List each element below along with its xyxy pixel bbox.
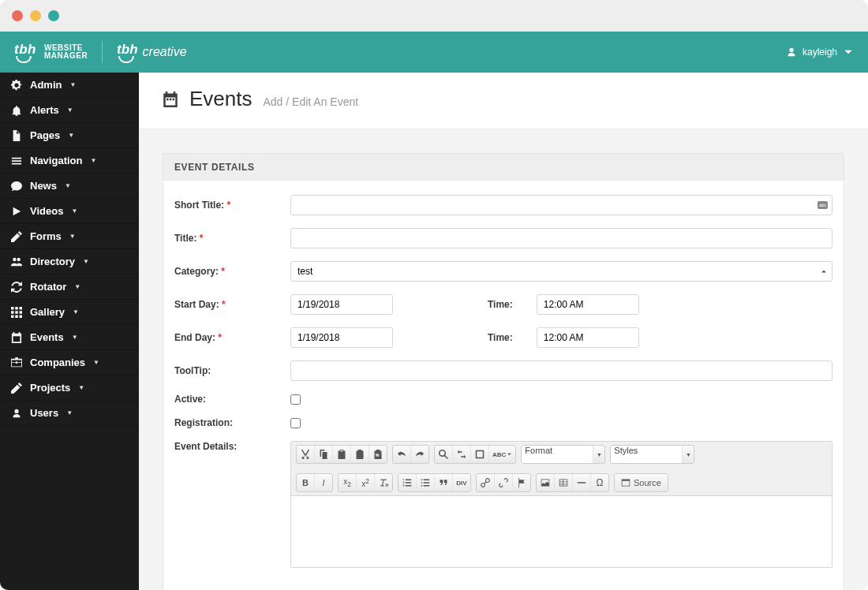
spellcheck-button[interactable]: ABC	[489, 446, 515, 463]
cut-button[interactable]	[297, 446, 314, 463]
chevron-down-icon: ▼	[683, 446, 694, 463]
sidebar-item-label: Navigation	[30, 155, 82, 166]
find-button[interactable]	[435, 446, 452, 463]
registration-checkbox[interactable]	[290, 418, 301, 428]
caret-down-icon: ▼	[69, 81, 76, 88]
cut-icon	[301, 450, 310, 459]
title-input[interactable]	[290, 228, 832, 248]
blockquote-button[interactable]	[435, 474, 452, 491]
start-time-input[interactable]	[537, 294, 639, 315]
end-time-input[interactable]	[537, 327, 639, 348]
paste-word-button[interactable]	[369, 446, 387, 463]
undo-button[interactable]	[393, 446, 410, 463]
bell-icon	[11, 105, 22, 116]
end-day-input[interactable]	[290, 327, 393, 348]
close-window-button[interactable]	[12, 10, 23, 21]
sidebar-item-forms[interactable]: Forms ▼	[0, 224, 139, 249]
panel-title: EVENT DETAILS	[163, 154, 844, 181]
sidebar-item-gallery[interactable]: Gallery ▼	[0, 300, 139, 325]
sidebar-item-label: Companies	[30, 357, 85, 368]
gear-icon	[11, 80, 22, 91]
italic-button[interactable]: I	[315, 474, 332, 491]
redo-button[interactable]	[411, 446, 428, 463]
refresh-icon	[11, 282, 22, 293]
sidebar-item-label: Gallery	[30, 306, 65, 318]
omega-icon: Ω	[597, 477, 604, 488]
end-day-label: End Day:	[174, 332, 273, 343]
image-icon	[541, 478, 550, 487]
styles-select[interactable]: Styles	[611, 446, 682, 463]
sidebar-item-projects[interactable]: Projects ▼	[0, 375, 139, 401]
sidebar-item-admin[interactable]: Admin ▼	[0, 73, 139, 98]
anchor-button[interactable]	[513, 474, 530, 491]
chat-icon	[11, 181, 22, 192]
end-time-label: Time:	[488, 332, 513, 343]
redo-icon	[415, 450, 425, 459]
sidebar-item-videos[interactable]: Videos ▼	[0, 199, 139, 224]
unlink-button[interactable]	[495, 474, 512, 491]
caret-down-icon: ▼	[71, 207, 77, 215]
minimize-window-button[interactable]	[30, 10, 41, 21]
sidebar-item-news[interactable]: News ▼	[0, 174, 139, 199]
link-button[interactable]	[477, 474, 494, 491]
brand-text: WEBSITE MANAGER	[44, 44, 88, 61]
brand-secondary[interactable]: tbhcreative	[117, 42, 186, 62]
brand-group: tbh WEBSITE MANAGER tbhcreative	[14, 41, 187, 63]
bold-button[interactable]: B	[297, 474, 314, 491]
caret-down-icon: ▼	[72, 334, 78, 341]
bullet-list-button[interactable]	[417, 474, 434, 491]
sidebar-item-directory[interactable]: Directory ▼	[0, 249, 139, 274]
play-icon	[11, 206, 22, 217]
sidebar-item-label: Events	[30, 331, 64, 343]
chevron-down-icon: ▼	[593, 446, 604, 463]
pencil-icon	[11, 383, 22, 394]
sidebar-item-rotator[interactable]: Rotator ▼	[0, 274, 139, 300]
logo-mark: tbh	[14, 42, 36, 62]
format-select[interactable]: Format	[522, 446, 593, 463]
caret-down-icon: ▼	[74, 283, 80, 290]
select-all-button[interactable]	[471, 446, 488, 463]
image-button[interactable]	[537, 474, 554, 491]
start-day-label: Start Day:	[174, 299, 273, 310]
sidebar-item-users[interactable]: Users ▼	[0, 401, 139, 426]
sidebar-item-companies[interactable]: Companies ▼	[0, 350, 139, 375]
zoom-window-button[interactable]	[48, 10, 59, 21]
category-select[interactable]	[290, 261, 832, 282]
sidebar-item-alerts[interactable]: Alerts ▼	[0, 98, 139, 123]
div-button[interactable]: DIV	[453, 474, 470, 491]
superscript-button[interactable]: x2	[357, 474, 374, 491]
paste-text-icon	[355, 450, 365, 459]
paste-text-button[interactable]	[351, 446, 369, 463]
remove-format-button[interactable]	[375, 474, 392, 491]
chevron-down-icon	[843, 47, 854, 58]
subscript-button[interactable]: x2	[339, 474, 356, 491]
brand-primary[interactable]: tbh WEBSITE MANAGER	[14, 42, 88, 62]
user-menu[interactable]: kayleigh	[786, 47, 854, 58]
active-checkbox[interactable]	[290, 394, 301, 405]
table-button[interactable]	[555, 474, 572, 491]
tooltip-input[interactable]	[290, 360, 832, 381]
tooltip-label: ToolTip:	[174, 365, 273, 376]
briefcase-icon	[11, 357, 22, 368]
short-title-input[interactable]	[290, 195, 832, 215]
replace-button[interactable]	[453, 446, 470, 463]
bars-icon	[11, 155, 22, 166]
quote-icon	[439, 478, 448, 487]
calendar-icon	[11, 332, 22, 343]
os-titlebar	[0, 0, 868, 32]
sidebar-item-pages[interactable]: Pages ▼	[0, 123, 139, 148]
calendar-icon	[163, 91, 178, 107]
sidebar-item-events[interactable]: Events ▼	[0, 325, 139, 350]
spellcheck-icon: ABC	[492, 451, 506, 458]
hr-icon	[577, 478, 586, 487]
source-button[interactable]: Source	[615, 474, 668, 491]
copy-button[interactable]	[315, 446, 332, 463]
user-icon	[786, 47, 797, 58]
start-day-input[interactable]	[290, 294, 393, 315]
paste-button[interactable]	[333, 446, 350, 463]
rte-content-area[interactable]	[291, 496, 832, 567]
special-char-button[interactable]: Ω	[591, 474, 608, 491]
sidebar-item-navigation[interactable]: Navigation ▼	[0, 148, 139, 174]
numbered-list-button[interactable]	[398, 474, 416, 491]
hr-button[interactable]	[573, 474, 590, 491]
